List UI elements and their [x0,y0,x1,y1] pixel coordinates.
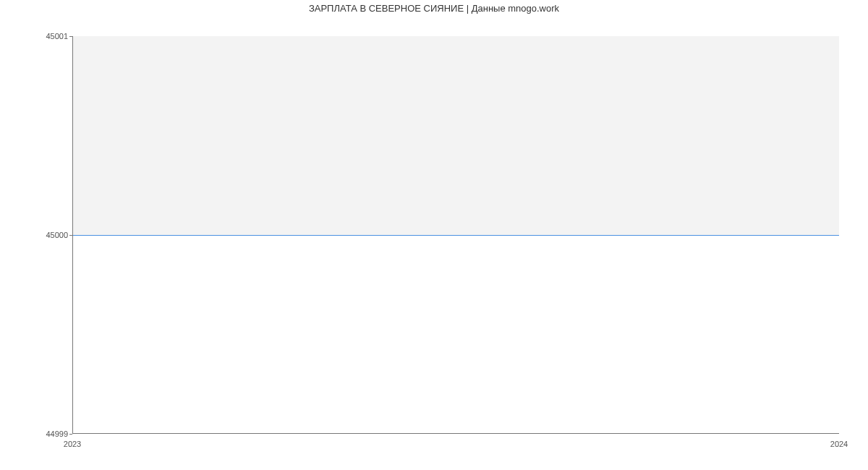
data-line [73,235,839,236]
x-tick-label: 2024 [830,440,848,448]
y-tick-label: 45001 [46,32,68,40]
y-tick-mark [69,434,72,435]
y-tick-mark [69,235,72,236]
y-tick-mark [69,36,72,37]
y-tick-label: 44999 [46,430,68,438]
y-tick-label: 45000 [46,231,68,239]
area-fill [73,36,839,235]
chart-title: ЗАРПЛАТА В СЕВЕРНОЕ СИЯНИЕ | Данные mnog… [0,3,868,14]
x-tick-label: 2023 [64,440,81,448]
plot-area [72,36,839,434]
